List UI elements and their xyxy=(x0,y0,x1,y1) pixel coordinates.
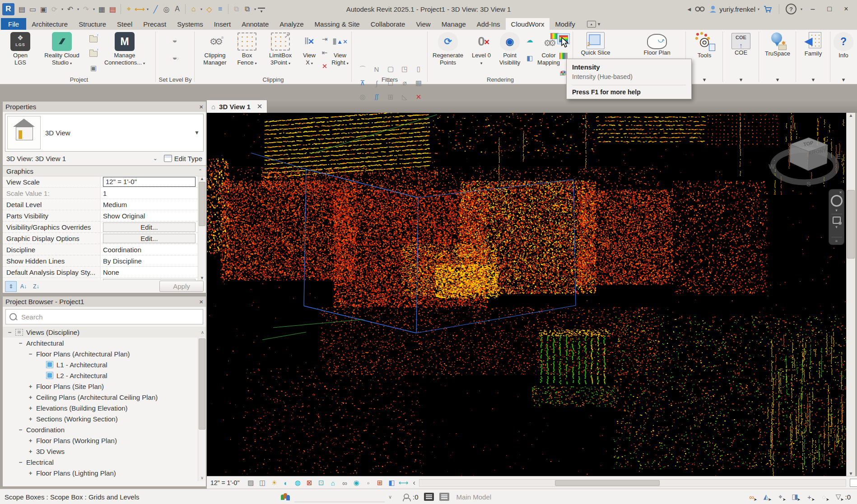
ui-views-icon[interactable]: ▤ xyxy=(17,4,27,14)
point-visibility-button[interactable]: ◉ PointVisibility xyxy=(496,32,524,66)
tree-item[interactable]: L1 - Architectural xyxy=(3,359,206,370)
search-input[interactable] xyxy=(20,313,199,321)
viewport-hscrollbar[interactable] xyxy=(419,479,846,487)
tree-item[interactable]: + Elevations (Building Elevation) xyxy=(3,402,206,413)
user-account[interactable]: yuriy.frenkel ▾ xyxy=(709,5,759,13)
switch-windows-icon[interactable]: ⧉ xyxy=(242,4,252,14)
scroll-down-icon[interactable]: ▼ xyxy=(849,471,853,476)
collapse-arrow-icon[interactable]: ◀ xyxy=(688,7,691,12)
sort-default-button[interactable]: ⇕ xyxy=(5,281,17,292)
scroll-down-icon[interactable]: ▼ xyxy=(200,276,204,280)
active-option-icon[interactable] xyxy=(439,493,449,501)
measure-icon[interactable]: ⟷ xyxy=(135,4,145,14)
fitting-cube-icon[interactable]: ◳ xyxy=(399,63,410,75)
close-button[interactable]: × xyxy=(840,5,852,13)
ribbon-tab[interactable]: Precast xyxy=(138,18,172,30)
ribbon-tab[interactable]: Add-Ins xyxy=(471,18,506,30)
truspace-button[interactable]: ✱ TruSpace xyxy=(759,32,796,57)
property-row[interactable]: Default Analysis Display Sty... None xyxy=(3,267,206,278)
pull-clip-button[interactable]: ⇤ xyxy=(320,48,330,58)
separator[interactable] xyxy=(185,4,186,14)
scrollbar-thumb[interactable] xyxy=(555,480,660,486)
coe-button[interactable]: COE↑ COE xyxy=(724,32,758,56)
scrollbar-thumb[interactable] xyxy=(199,182,205,226)
property-row[interactable]: Parts Visibility Show Original xyxy=(3,210,206,222)
property-row[interactable]: Visibility/Graphics Overrides Edit... xyxy=(3,222,206,233)
fitting-column-icon[interactable]: ▯ xyxy=(413,63,424,75)
scrollbar-thumb[interactable] xyxy=(847,190,855,259)
ribbon-state-toggle[interactable]: ▴▾ xyxy=(587,18,601,30)
point-cloud-viewport[interactable] xyxy=(207,113,846,476)
export-icon[interactable]: ▤ xyxy=(107,4,118,14)
tree-item[interactable]: + Floor Plans (Working Plan) xyxy=(3,435,206,446)
ribbon-tab[interactable]: Systems xyxy=(172,18,209,30)
tag-icon[interactable]: ◎ xyxy=(161,4,172,14)
ribbon-tab[interactable]: Annotate xyxy=(236,18,274,30)
detail-level-icon[interactable]: ▨ xyxy=(245,478,256,488)
fitting-elbow-icon[interactable]: N xyxy=(371,63,382,75)
filter-icon[interactable]: ▽➤ xyxy=(832,492,844,502)
tree-item[interactable]: + 3D Views xyxy=(3,446,206,457)
edit-type-button[interactable]: Edit Type xyxy=(164,155,202,162)
sort-descending-button[interactable]: Z↓ xyxy=(30,281,42,292)
redo-icon[interactable]: ↷ xyxy=(81,4,91,14)
close-icon[interactable]: × xyxy=(199,298,203,305)
cart-icon[interactable] xyxy=(764,5,773,13)
select-underlay-icon[interactable]: ◭➤ xyxy=(760,492,772,502)
push-clip-button[interactable]: ⇥ xyxy=(320,34,330,44)
crop-view-icon[interactable]: ⊠ xyxy=(303,478,315,488)
level-pin-icon[interactable]: ⌖ xyxy=(124,4,134,14)
temporary-hide-icon[interactable]: ∞ xyxy=(339,478,350,488)
undo-icon[interactable]: ↶ xyxy=(65,4,75,14)
property-row[interactable]: Scale Value 1: 1 xyxy=(3,188,206,199)
separator[interactable] xyxy=(228,4,228,14)
ribbon-tab[interactable]: Manage xyxy=(436,18,471,30)
ribbon-tab[interactable]: CloudWorx xyxy=(506,18,550,30)
fitting-box-icon[interactable]: ▢ xyxy=(385,63,396,75)
customize-qat-icon[interactable]: ▾ xyxy=(258,8,265,13)
home-icon[interactable]: ⌂ xyxy=(188,4,199,14)
scrollbar-thumb[interactable] xyxy=(199,338,205,430)
chevron-down-icon[interactable]: ⌄ xyxy=(153,155,158,162)
type-selector[interactable]: 3D View ▼ xyxy=(5,114,204,152)
import-lgs-button[interactable] xyxy=(88,34,98,44)
rotate-view-icon[interactable]: ◧ xyxy=(386,478,397,488)
reveal-hidden-icon[interactable]: ◉ xyxy=(350,478,362,488)
properties-scrollbar[interactable]: ▲ ▼ xyxy=(198,176,206,280)
view-right-button[interactable]: ▮▲✕ ViewRight▾ xyxy=(330,32,350,67)
scroll-up-icon[interactable]: ∧ xyxy=(201,330,204,335)
property-row[interactable]: Discipline Coordination xyxy=(3,244,206,255)
tree-item[interactable]: − Architectural xyxy=(3,338,206,348)
tree-item[interactable]: L2 - Architectural xyxy=(3,370,206,381)
split-view-icon[interactable] xyxy=(850,479,857,487)
property-row[interactable]: Detail Level Medium xyxy=(3,199,206,210)
reality-cloud-studio-button[interactable]: ⁄⁄⁄ Reality CloudStudio▾ xyxy=(38,32,86,67)
tree-item[interactable]: − Coordination xyxy=(3,424,206,435)
section-icon[interactable]: ╱ xyxy=(150,4,161,14)
drag-on-selection-icon[interactable]: +➤ xyxy=(803,492,815,502)
switch-windows-dropdown-icon[interactable]: ▾ xyxy=(253,4,257,14)
ribbon-tab[interactable]: Structure xyxy=(73,18,112,30)
box-fence-button[interactable]: BoxFence▾ xyxy=(234,32,260,67)
sync-dropdown-icon[interactable]: ▾ xyxy=(60,4,65,14)
collapse-bar-icon[interactable]: ‹ xyxy=(413,479,415,487)
worksets-field[interactable] xyxy=(294,492,385,502)
select-pinned-icon[interactable]: ⌖➤ xyxy=(774,492,786,502)
scroll-up-icon[interactable]: ▲ xyxy=(849,113,853,118)
collapse-section-icon[interactable]: ⌃ xyxy=(198,168,202,174)
displacement-icon[interactable]: ⊞ xyxy=(374,478,386,488)
measure-dropdown-icon[interactable]: ▾ xyxy=(145,4,150,14)
family-button[interactable]: ◀ Family xyxy=(796,32,830,57)
render-icon[interactable]: ◍ xyxy=(292,478,303,488)
property-row[interactable]: Show Grids Edit xyxy=(3,278,206,280)
scroll-down-icon[interactable]: ∨ xyxy=(200,476,204,480)
ribbon-tab[interactable]: View xyxy=(410,18,436,30)
ribbon-tab[interactable]: Massing & Site xyxy=(309,18,365,30)
search-icon[interactable] xyxy=(695,5,705,13)
unlocked-view-icon[interactable]: ⌂ xyxy=(327,478,339,488)
maximize-button[interactable]: □ xyxy=(823,5,836,13)
tree-item[interactable]: + Ceiling Plans (Architectural Ceiling P… xyxy=(3,392,206,402)
manage-connections-button[interactable]: M ManageConnections...▾ xyxy=(101,32,148,67)
scroll-up-icon[interactable]: ▲ xyxy=(200,176,204,181)
editable-only-icon[interactable] xyxy=(403,494,409,500)
